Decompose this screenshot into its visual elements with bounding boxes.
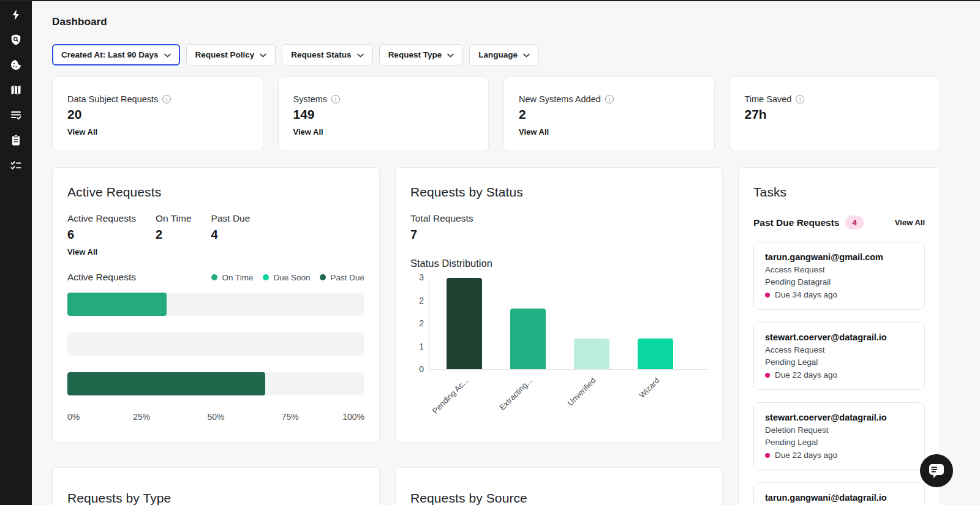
x-tick: 100% [342, 412, 364, 422]
filter-language[interactable]: Language [469, 44, 539, 65]
info-icon[interactable] [796, 95, 804, 103]
checklist-icon[interactable] [9, 158, 23, 173]
chart-subtitle: Status Distribution [410, 258, 707, 269]
mini-stat-on-time: On Time 2 [156, 213, 192, 242]
x-category-label: Pending Ac... [407, 376, 470, 439]
chevron-down-icon [523, 50, 530, 59]
past-due-count-badge: 4 [845, 215, 863, 230]
requests-by-type-card: Requests by Type [52, 467, 380, 505]
x-category-label: Wizard [598, 376, 662, 439]
cookie-icon[interactable] [9, 58, 23, 72]
stat-card-data-subject-requests: Data Subject Requests 20 View All [52, 77, 263, 151]
view-all-link[interactable]: View All [67, 247, 97, 256]
card-title: Requests by Type [67, 491, 364, 505]
due-dot [765, 453, 770, 458]
requests-by-source-card: Requests by Source [395, 467, 723, 505]
info-icon[interactable] [605, 95, 614, 103]
x-tick: 50% [207, 412, 224, 422]
total-requests-value: 7 [410, 228, 707, 242]
task-request-type: Access Request [765, 265, 913, 274]
task-card[interactable]: stewart.coerver@datagrail.io Deletion Re… [753, 402, 925, 470]
legend-dot-due-soon [263, 274, 269, 280]
task-due-text: Due 22 days ago [775, 451, 837, 460]
task-card[interactable]: tarun.gangwani@gmail.com Access Request … [753, 242, 925, 310]
view-all-link[interactable]: View All [67, 127, 97, 137]
view-all-link[interactable]: View All [519, 127, 549, 137]
chart-x-labels: Pending Ac...Extracting...UnverifiedWiza… [429, 370, 707, 428]
info-icon[interactable] [331, 95, 340, 103]
task-status: Pending Legal [765, 357, 913, 367]
x-category-label: Unverified [535, 376, 598, 439]
x-tick: 25% [133, 412, 150, 422]
hbar-track-past-due [67, 372, 364, 395]
task-card[interactable]: stewart.coerver@datagrail.io Access Requ… [753, 322, 925, 390]
lightning-icon[interactable] [9, 7, 23, 22]
filter-created-at-label: Created At: Last 90 Days [61, 50, 159, 59]
legend-dot-past-due [320, 274, 326, 280]
chevron-down-icon [260, 50, 266, 59]
tasks-title: Tasks [753, 185, 925, 200]
x-category-label: Extracting... [471, 376, 534, 439]
filter-created-at[interactable]: Created At: Last 90 Days [52, 44, 180, 65]
chevron-down-icon [447, 50, 454, 59]
shield-search-icon[interactable] [9, 32, 23, 47]
total-requests-label: Total Requests [410, 213, 707, 224]
chart-legend: On Time Due Soon Past Due [211, 273, 364, 282]
status-distribution-chart: 01223 [410, 278, 707, 370]
task-request-type: Deletion Request [765, 425, 913, 435]
vbar-extracting- [510, 309, 546, 369]
card-title: Requests by Source [410, 491, 707, 505]
map-icon[interactable] [9, 83, 23, 97]
stat-value: 20 [67, 107, 248, 122]
task-due-text: Due 22 days ago [775, 370, 837, 380]
y-tick: 1 [419, 342, 424, 351]
stat-label: Systems [293, 94, 328, 104]
info-icon[interactable] [162, 95, 171, 103]
view-all-link[interactable]: View All [895, 218, 925, 227]
chevron-down-icon [164, 50, 171, 59]
active-requests-bar-chart [67, 293, 364, 395]
task-status: Pending Datagrail [765, 277, 913, 286]
clipboard-icon[interactable] [9, 133, 23, 148]
y-tick: 2 [419, 318, 424, 328]
x-tick: 75% [282, 412, 299, 422]
card-title: Active Requests [67, 185, 364, 200]
y-tick: 2 [419, 296, 424, 305]
stat-label: New Systems Added [519, 94, 601, 104]
list-check-icon[interactable] [9, 108, 23, 122]
stat-label: Time Saved [745, 94, 792, 104]
task-card[interactable]: tarun.gangwani@datagrail.io [753, 482, 925, 505]
stat-card-new-systems-added: New Systems Added 2 View All [503, 77, 715, 151]
hbar-track-due-soon [67, 332, 364, 356]
main-content: Dashboard Created At: Last 90 Days Reque… [32, 0, 980, 505]
filter-request-policy-label: Request Policy [195, 50, 255, 59]
mini-stat-past-due: Past Due 4 [211, 213, 251, 242]
view-all-link[interactable]: View All [293, 127, 323, 137]
filter-request-status[interactable]: Request Status [282, 44, 372, 65]
filter-request-policy[interactable]: Request Policy [186, 44, 276, 65]
hbar-on-time [67, 293, 167, 316]
chart-x-axis: 0%25%50%75%100% [67, 412, 364, 423]
legend-label: On Time [222, 273, 253, 282]
stat-card-systems: Systems 149 View All [278, 77, 489, 151]
task-email: tarun.gangwani@datagrail.io [765, 493, 913, 503]
legend-label: Due Soon [273, 273, 310, 282]
task-due-text: Due 34 days ago [775, 290, 837, 299]
filter-request-type[interactable]: Request Type [379, 44, 464, 65]
x-tick: 0% [67, 412, 80, 422]
task-email: stewart.coerver@datagrail.io [765, 332, 913, 342]
stat-card-row: Data Subject Requests 20 View All System… [52, 77, 940, 151]
stat-label: Data Subject Requests [67, 94, 158, 104]
task-email: stewart.coerver@datagrail.io [765, 413, 913, 422]
filter-language-label: Language [478, 50, 518, 59]
mini-stat-active-requests: Active Requests 6 [67, 213, 136, 242]
stat-value: 149 [293, 107, 474, 122]
chart-subtitle: Active Requests [67, 272, 136, 283]
due-dot [765, 373, 770, 378]
task-email: tarun.gangwani@gmail.com [765, 252, 913, 262]
legend-dot-on-time [211, 274, 217, 280]
chart-y-axis: 01223 [410, 278, 429, 370]
page-title: Dashboard [52, 16, 940, 28]
stat-value: 27h [745, 107, 925, 122]
chat-button[interactable] [920, 454, 953, 487]
